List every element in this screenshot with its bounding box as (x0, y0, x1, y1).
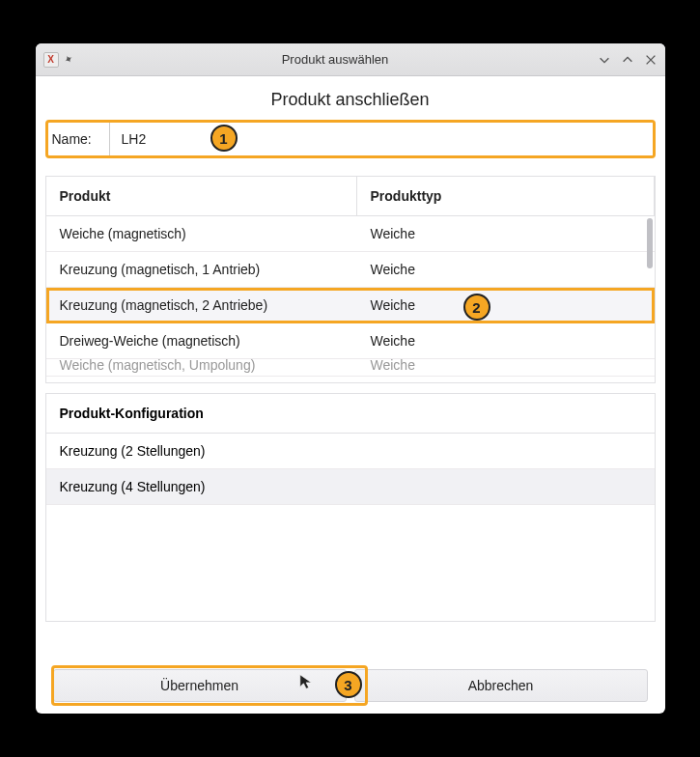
table-row[interactable]: Kreuzung (magnetisch, 1 Antrieb) Weiche (46, 252, 655, 288)
cell-type: Weiche (357, 323, 655, 358)
cell-type: Weiche (357, 216, 655, 251)
cell-product: Dreiweg-Weiche (magnetisch) (46, 323, 357, 358)
content-area: Name: 1 Produkt Produkttyp Weiche (magne… (36, 120, 665, 714)
button-row: Übernehmen Abbrechen 3 (45, 663, 656, 704)
header-product-type[interactable]: Produkttyp (357, 177, 655, 215)
config-row-selected[interactable]: Kreuzung (4 Stellungen) (46, 469, 655, 505)
cell-product: Kreuzung (magnetisch, 1 Antrieb) (46, 252, 357, 287)
cell-product: Weiche (magnetisch, Umpolung) (46, 359, 357, 376)
cancel-button[interactable]: Abbrechen (354, 669, 648, 702)
dialog-window: X ✦ Produkt auswählen Produkt anschließe… (36, 43, 665, 714)
table-body: Weiche (magnetisch) Weiche Kreuzung (mag… (46, 216, 655, 382)
name-label: Name: (48, 123, 110, 155)
config-table: Produkt-Konfiguration Kreuzung (2 Stellu… (45, 393, 656, 622)
cell-type: Weiche (357, 252, 655, 287)
scrollbar[interactable] (647, 218, 653, 268)
close-icon[interactable] (644, 53, 658, 67)
table-row[interactable]: Weiche (magnetisch) Weiche (46, 216, 655, 252)
cell-product: Kreuzung (magnetisch, 2 Antriebe) (46, 288, 357, 322)
config-header: Produkt-Konfiguration (46, 394, 655, 434)
pin-icon[interactable]: ✦ (62, 52, 75, 68)
table-header-row: Produkt Produkttyp (46, 176, 655, 216)
titlebar: X ✦ Produkt auswählen (36, 43, 665, 76)
cell-type: Weiche (357, 359, 655, 376)
annotation-badge-2: 2 (463, 294, 490, 321)
name-input[interactable] (110, 123, 653, 155)
header-product[interactable]: Produkt (46, 177, 357, 215)
product-table: Produkt Produkttyp Weiche (magnetisch) W… (45, 176, 656, 383)
table-row-selected[interactable]: Kreuzung (magnetisch, 2 Antriebe) Weiche… (46, 288, 655, 323)
annotation-badge-3: 3 (335, 671, 362, 698)
name-input-row: Name: 1 (45, 120, 656, 158)
table-row[interactable]: Weiche (magnetisch, Umpolung) Weiche (46, 359, 655, 377)
config-empty-space (46, 505, 655, 621)
app-icon: X (43, 52, 59, 68)
chevron-down-icon[interactable] (598, 53, 611, 67)
annotation-badge-1: 1 (210, 125, 238, 152)
window-title: Produkt auswählen (79, 52, 592, 67)
config-row[interactable]: Kreuzung (2 Stellungen) (46, 434, 655, 469)
apply-button[interactable]: Übernehmen (53, 669, 347, 702)
chevron-up-icon[interactable] (621, 53, 634, 67)
cell-product: Weiche (magnetisch) (46, 216, 357, 251)
cell-type: Weiche (357, 288, 655, 322)
page-title: Produkt anschließen (36, 90, 665, 110)
table-row[interactable]: Dreiweg-Weiche (magnetisch) Weiche (46, 323, 655, 359)
